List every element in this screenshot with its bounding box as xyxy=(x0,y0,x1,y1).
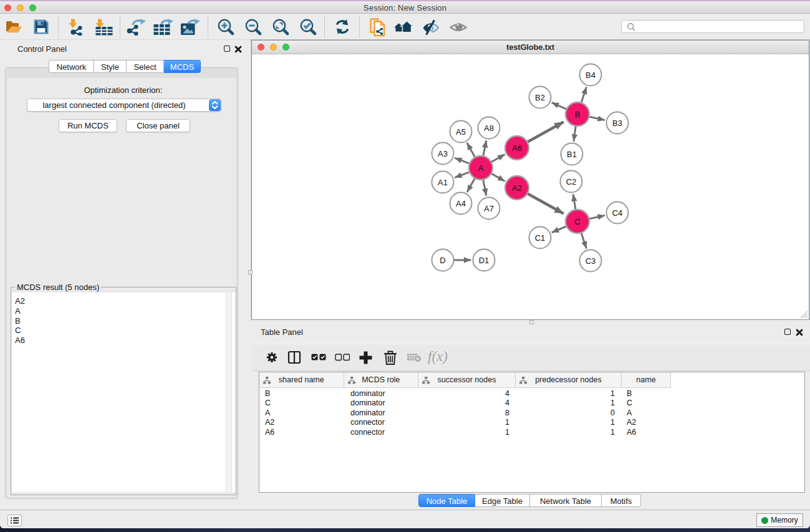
svg-text:A7: A7 xyxy=(484,204,494,213)
svg-text:A4: A4 xyxy=(456,199,466,208)
svg-text:A8: A8 xyxy=(484,123,494,133)
svg-text:B1: B1 xyxy=(567,150,577,159)
svg-text:C1: C1 xyxy=(535,233,546,243)
svg-text:A1: A1 xyxy=(438,178,448,187)
svg-text:B4: B4 xyxy=(586,70,595,80)
svg-text:C2: C2 xyxy=(566,177,577,186)
svg-text:B3: B3 xyxy=(612,118,622,128)
svg-text:D: D xyxy=(440,256,445,265)
svg-text:D1: D1 xyxy=(479,256,489,265)
svg-text:A3: A3 xyxy=(438,149,448,158)
svg-text:A2: A2 xyxy=(512,183,522,193)
svg-text:C: C xyxy=(574,217,580,226)
svg-text:C3: C3 xyxy=(586,256,596,266)
svg-text:C4: C4 xyxy=(612,208,623,218)
svg-text:B: B xyxy=(575,110,581,119)
svg-text:B2: B2 xyxy=(535,93,545,102)
svg-text:A: A xyxy=(478,163,484,173)
svg-text:A6: A6 xyxy=(512,143,522,153)
svg-text:A5: A5 xyxy=(456,127,466,137)
